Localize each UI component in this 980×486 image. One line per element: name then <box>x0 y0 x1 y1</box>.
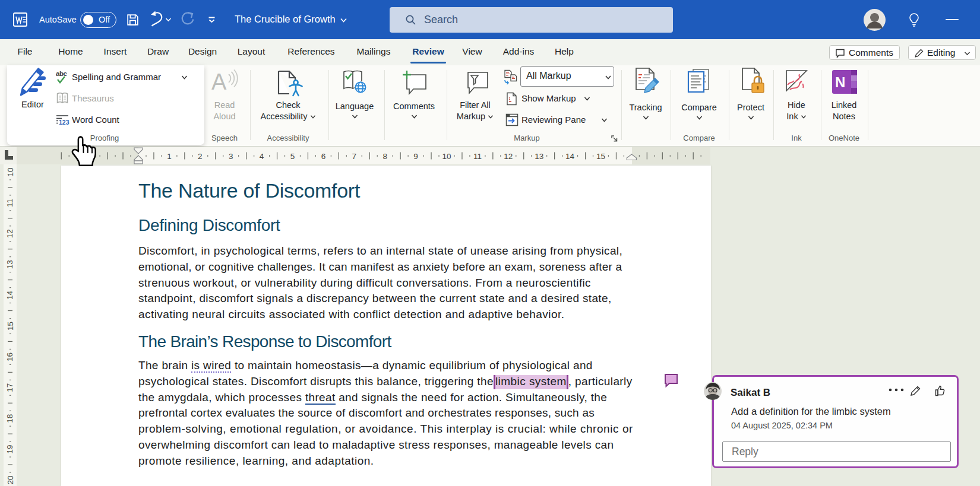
svg-text:2: 2 <box>198 152 203 161</box>
svg-text:9: 9 <box>413 152 418 161</box>
svg-text:10: 10 <box>442 152 451 161</box>
svg-text:14: 14 <box>6 291 15 300</box>
svg-text:15: 15 <box>6 322 15 331</box>
svg-text:11: 11 <box>6 199 15 207</box>
svg-text:11: 11 <box>473 152 482 161</box>
svg-text:13: 13 <box>535 152 543 161</box>
svg-text:8: 8 <box>382 152 387 161</box>
svg-text:16: 16 <box>6 352 15 361</box>
svg-text:18: 18 <box>6 414 15 423</box>
svg-text:123: 123 <box>59 119 69 126</box>
svg-text:10: 10 <box>6 167 15 176</box>
svg-text:15: 15 <box>596 152 605 161</box>
svg-text:A: A <box>211 69 227 94</box>
svg-text:20: 20 <box>6 475 15 484</box>
svg-text:12: 12 <box>504 152 513 161</box>
svg-text:12: 12 <box>6 229 15 238</box>
svg-text:17: 17 <box>6 383 15 392</box>
svg-text:4: 4 <box>260 152 264 161</box>
svg-text:5: 5 <box>290 152 295 161</box>
svg-text:6: 6 <box>321 152 326 161</box>
svg-text:13: 13 <box>6 260 15 269</box>
svg-text:3: 3 <box>229 152 233 161</box>
svg-text:7: 7 <box>352 152 357 161</box>
svg-text:N: N <box>835 74 845 90</box>
svg-text:14: 14 <box>565 152 575 161</box>
svg-text:19: 19 <box>6 445 15 454</box>
svg-text:1: 1 <box>167 152 172 161</box>
svg-text:abc: abc <box>56 70 67 77</box>
